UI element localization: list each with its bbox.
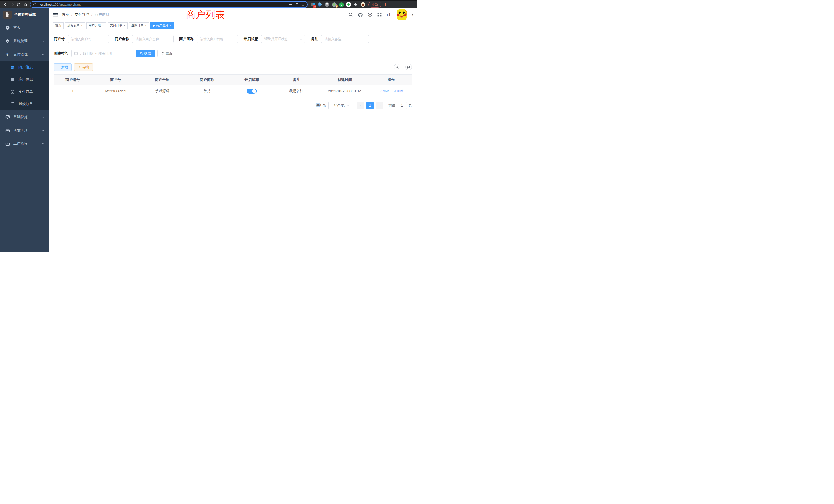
logo-rabbit-icon	[3, 10, 12, 19]
sidebar-item-merchant-info[interactable]: 商户信息	[0, 61, 49, 73]
status-select[interactable]: 请选择开启状态	[261, 35, 305, 43]
extension-leaf-icon[interactable]	[346, 2, 351, 7]
tab-close-icon[interactable]: ×	[145, 24, 147, 27]
profile-avatar-icon[interactable]	[360, 2, 366, 7]
edit-link[interactable]: 修改	[379, 89, 389, 93]
sidebar-item-app-info[interactable]: 应用信息	[0, 73, 49, 86]
remark-input[interactable]	[321, 35, 369, 43]
status-toggle-on[interactable]	[246, 89, 257, 94]
col-status: 开启状态	[229, 75, 274, 85]
sidebar-item-pay-order[interactable]: ¥ 支付订单	[0, 86, 49, 98]
delete-link[interactable]: 删除	[393, 89, 403, 93]
password-key-icon[interactable]	[288, 1, 294, 8]
sidebar-submenu-payment: 商户信息 应用信息 ¥ 支付订单	[0, 61, 49, 110]
sidebar-item-label: 应用信息	[19, 77, 33, 82]
tab-close-icon[interactable]: ×	[102, 24, 104, 27]
user-avatar[interactable]	[397, 9, 407, 20]
page-size-select[interactable]: 10条/页	[328, 102, 352, 109]
avatar-caret-down-icon[interactable]: ▾	[412, 13, 413, 17]
toggle-search-button[interactable]	[394, 64, 400, 70]
sidebar-item-workflow[interactable]: 工作流程	[0, 137, 49, 151]
page-number-1[interactable]: 1	[367, 102, 374, 109]
plus-icon: +	[58, 65, 60, 69]
search-button[interactable]: 搜索	[136, 49, 155, 57]
table-row: 1 M233666999 芋道源码 芋艿 我是备注 2021-10-23 08:…	[54, 85, 412, 97]
export-button[interactable]: 导出	[74, 63, 93, 71]
sidebar-logo[interactable]: 芋道管理系统	[0, 8, 49, 21]
sidebar-item-system[interactable]: 系统管理	[0, 35, 49, 48]
extensions-puzzle-icon[interactable]	[353, 2, 358, 7]
yen-icon: ¥	[5, 52, 10, 57]
tag-process-form[interactable]: 流程表单×	[65, 22, 85, 29]
browser-toolbar: localhost:1024/pay/merchant ☆ 10 ⌘ 1	[0, 0, 417, 8]
col-short-name: 商户简称	[184, 75, 229, 85]
browser-menu-icon[interactable]: ⋮	[383, 2, 387, 7]
browser-extensions: 10 ⌘ 1 y	[310, 2, 366, 7]
help-icon[interactable]: ?	[368, 12, 372, 17]
tab-close-icon[interactable]: ×	[124, 24, 125, 27]
full-name-label: 商户全称	[115, 37, 132, 41]
sidebar-item-infrastructure[interactable]: 基础设施	[0, 110, 49, 124]
sidebar-fold-icon[interactable]	[53, 12, 58, 17]
start-date-placeholder: 开始日期	[80, 51, 93, 56]
chevron-down-icon	[347, 104, 350, 107]
browser-forward-icon[interactable]	[9, 1, 16, 8]
github-icon[interactable]	[358, 12, 363, 17]
page-content: 商户号 商户全称 商户简称 开启状态 请选择开启状态	[49, 30, 417, 252]
full-name-input[interactable]	[132, 35, 174, 43]
share-icon[interactable]	[294, 1, 300, 8]
gear-icon	[5, 39, 10, 43]
page-unit-label: 页	[409, 103, 412, 108]
tag-merchant-info[interactable]: 商户信息×	[150, 22, 174, 29]
browser-address-bar[interactable]: localhost:1024/pay/merchant ☆	[30, 2, 307, 7]
refresh-icon	[161, 52, 164, 55]
prev-page-button[interactable]: ‹	[357, 102, 364, 109]
header-search-icon[interactable]	[348, 12, 353, 17]
extension-y-icon[interactable]: y	[339, 2, 344, 7]
next-page-button[interactable]: ›	[376, 102, 383, 109]
chrome-update-button[interactable]: 更新	[369, 2, 381, 8]
create-time-range-picker[interactable]: 开始日期 - 结束日期	[71, 49, 130, 57]
cell-merchant-no: M233666999	[91, 85, 140, 97]
breadcrumb: 首页 / 支付管理 / 商户信息	[62, 12, 109, 17]
font-size-icon[interactable]: TT	[387, 13, 391, 17]
sidebar-item-home[interactable]: 首页	[0, 21, 49, 35]
tag-user-group[interactable]: 用户分组×	[86, 22, 106, 29]
extension-gem-icon[interactable]	[317, 2, 322, 7]
col-actions: 操作	[371, 75, 412, 85]
extension-camera-icon[interactable]: 1	[332, 2, 337, 7]
col-merchant-id: 商户编号	[54, 75, 91, 85]
site-info-icon[interactable]	[32, 1, 38, 8]
chevron-up-icon	[42, 53, 45, 56]
sidebar-item-refund-order[interactable]: 退款订单	[0, 98, 49, 110]
col-create-time: 创建时间	[319, 75, 371, 85]
download-icon	[78, 66, 81, 69]
reset-button[interactable]: 重置	[157, 49, 176, 57]
tag-pay-order[interactable]: 支付订单×	[108, 22, 128, 29]
tab-close-icon[interactable]: ×	[170, 24, 171, 27]
screen: localhost:1024/pay/merchant ☆ 10 ⌘ 1	[0, 0, 417, 252]
sidebar-item-label: 研发工具	[13, 128, 28, 133]
extension-command-icon[interactable]: ⌘	[325, 2, 329, 7]
breadcrumb-home[interactable]: 首页	[62, 12, 69, 17]
goto-page-input[interactable]	[397, 102, 407, 109]
tab-close-icon[interactable]: ×	[81, 24, 83, 27]
tag-home[interactable]: 首页	[53, 22, 64, 29]
app-title: 芋道管理系统	[14, 12, 36, 17]
browser-back-icon[interactable]	[2, 1, 9, 8]
sidebar-item-dev-tools[interactable]: 研发工具	[0, 124, 49, 137]
sidebar-item-payment[interactable]: ¥ 支付管理	[0, 48, 49, 61]
refresh-table-button[interactable]	[405, 64, 412, 70]
cell-short-name: 芋艿	[184, 85, 229, 97]
browser-home-icon[interactable]	[22, 1, 29, 8]
bookmark-star-icon[interactable]: ☆	[300, 1, 306, 8]
merchant-no-input[interactable]	[68, 35, 109, 43]
add-button[interactable]: + 新增	[54, 63, 72, 71]
short-name-input[interactable]	[197, 35, 238, 43]
extension-grid-icon[interactable]: 10	[310, 2, 315, 7]
tag-refund-order[interactable]: 退款订单×	[129, 22, 149, 29]
sidebar-item-label: 基础设施	[13, 115, 28, 119]
breadcrumb-payment[interactable]: 支付管理	[75, 12, 89, 17]
browser-reload-icon[interactable]	[16, 1, 22, 8]
fullscreen-icon[interactable]	[377, 12, 382, 17]
